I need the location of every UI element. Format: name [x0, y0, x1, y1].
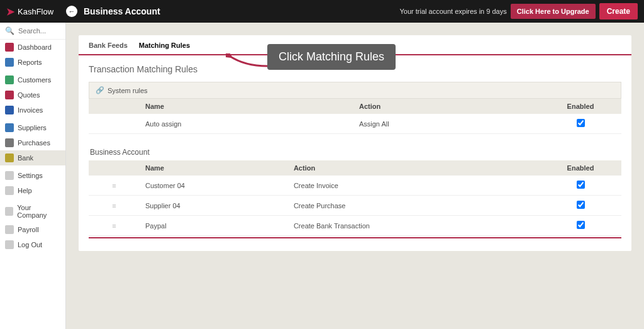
instruction-callout: Click Matching Rules	[267, 44, 396, 70]
nav-icon	[5, 106, 14, 114]
sidebar-item-help[interactable]: Help	[0, 183, 65, 198]
sidebar-item-reports[interactable]: Reports	[0, 55, 65, 70]
search-input[interactable]	[18, 27, 62, 35]
nav-icon	[5, 43, 14, 52]
trial-status: Your trial account expires in 9 days	[400, 8, 507, 15]
main-panel: Bank FeedsMatching Rules Click Matching …	[79, 35, 631, 251]
grip-icon: ≡	[112, 222, 115, 230]
col-name: Name	[139, 160, 287, 176]
link-icon: 🔗	[96, 86, 104, 94]
sidebar-item-label: Settings	[18, 172, 43, 179]
tab-matching-rules[interactable]: Matching Rules	[139, 42, 190, 54]
sidebar-item-label: Customers	[18, 76, 51, 84]
nav-icon	[5, 75, 14, 84]
content: Bank FeedsMatching Rules Click Matching …	[66, 23, 644, 329]
sidebar-item-dashboard[interactable]: Dashboard	[0, 40, 65, 55]
nav-icon	[5, 171, 14, 180]
sidebar-item-label: Payroll	[18, 226, 39, 233]
nav-list: DashboardReportsCustomersQuotesInvoicesS…	[0, 40, 65, 252]
cell-action: Create Invoice	[287, 176, 540, 196]
sidebar-item-suppliers[interactable]: Suppliers	[0, 120, 65, 135]
sidebar-item-quotes[interactable]: Quotes	[0, 87, 65, 103]
col-action: Action	[353, 99, 540, 114]
nav-icon	[5, 207, 13, 216]
drag-handle[interactable]: ≡	[89, 216, 139, 236]
sidebar-item-label: Quotes	[18, 91, 40, 99]
nav-icon	[5, 58, 14, 67]
sidebar-item-label: Reports	[18, 59, 42, 66]
bottom-rule	[89, 237, 621, 238]
table-row[interactable]: ≡Customer 04Create Invoice	[89, 176, 621, 196]
cell-action: Assign All	[353, 114, 540, 134]
drag-handle	[89, 114, 139, 134]
cell-enabled	[540, 176, 621, 196]
search-row[interactable]: 🔍	[0, 23, 65, 40]
col-action: Action	[287, 160, 540, 176]
cell-action: Create Bank Transaction	[287, 216, 540, 236]
enabled-checkbox[interactable]	[577, 181, 585, 189]
logo: ➤ KashFlow	[6, 6, 66, 18]
topbar: ➤ KashFlow ← Business Account Your trial…	[0, 0, 644, 23]
col-enabled: Enabled	[540, 160, 621, 176]
system-rules-title: System rules	[108, 87, 148, 94]
sidebar-item-payroll[interactable]: Payroll	[0, 222, 65, 237]
back-icon[interactable]: ←	[66, 6, 77, 17]
system-rules-header: 🔗 System rules	[89, 82, 621, 99]
search-icon: 🔍	[5, 26, 14, 35]
cell-name: Auto assign	[139, 114, 353, 134]
arrow-icon	[226, 53, 270, 69]
nav-icon	[5, 240, 14, 249]
sidebar-item-log-out[interactable]: Log Out	[0, 237, 65, 252]
account-rules-table: Name Action Enabled ≡Customer 04Create I…	[89, 160, 621, 236]
sidebar-item-label: Bank	[18, 154, 33, 162]
logo-mark-icon: ➤	[6, 6, 14, 18]
system-rules-table: Name Action Enabled Auto assignAssign Al…	[89, 99, 621, 134]
enabled-checkbox[interactable]	[577, 119, 585, 127]
sidebar-item-label: Purchases	[18, 139, 50, 147]
cell-enabled	[540, 216, 621, 236]
table-row[interactable]: ≡PaypalCreate Bank Transaction	[89, 216, 621, 236]
drag-handle[interactable]: ≡	[89, 176, 139, 196]
upgrade-button[interactable]: Click Here to Upgrade	[511, 4, 596, 19]
create-button[interactable]: Create	[599, 3, 638, 20]
nav-icon	[5, 186, 14, 195]
sidebar-item-invoices[interactable]: Invoices	[0, 103, 65, 118]
tab-bank-feeds[interactable]: Bank Feeds	[89, 42, 128, 54]
sidebar-item-label: Help	[18, 187, 32, 194]
cell-action: Create Purchase	[287, 196, 540, 216]
brand-text: KashFlow	[18, 7, 53, 16]
sidebar-item-bank[interactable]: Bank	[0, 150, 65, 165]
drag-handle[interactable]: ≡	[89, 196, 139, 216]
title-area: ← Business Account	[66, 6, 160, 17]
col-enabled: Enabled	[540, 99, 621, 114]
nav-icon	[5, 91, 14, 99]
enabled-checkbox[interactable]	[577, 221, 585, 229]
col-name: Name	[139, 99, 353, 114]
grip-icon: ≡	[112, 202, 115, 209]
enabled-checkbox[interactable]	[577, 201, 585, 209]
sidebar-item-purchases[interactable]: Purchases	[0, 135, 65, 150]
cell-name: Supplier 04	[139, 196, 287, 216]
cell-enabled	[540, 114, 621, 134]
nav-icon	[5, 123, 14, 132]
sidebar-item-label: Your Company	[17, 204, 60, 219]
sidebar-item-label: Suppliers	[18, 124, 47, 131]
nav-icon	[5, 153, 14, 162]
cell-name: Paypal	[139, 216, 287, 236]
sidebar-item-label: Dashboard	[18, 43, 52, 51]
table-row[interactable]: Auto assignAssign All	[89, 114, 621, 134]
page-header-title: Business Account	[84, 6, 160, 16]
nav-icon	[5, 138, 14, 147]
account-rules-title: Business Account	[90, 148, 621, 157]
sidebar: 🔍 DashboardReportsCustomersQuotesInvoice…	[0, 23, 66, 329]
cell-name: Customer 04	[139, 176, 287, 196]
grip-icon: ≡	[112, 182, 115, 189]
sidebar-item-label: Invoices	[18, 106, 43, 114]
cell-enabled	[540, 196, 621, 216]
sidebar-item-settings[interactable]: Settings	[0, 168, 65, 183]
sidebar-item-label: Log Out	[18, 241, 42, 248]
table-row[interactable]: ≡Supplier 04Create Purchase	[89, 196, 621, 216]
sidebar-item-customers[interactable]: Customers	[0, 72, 65, 87]
nav-icon	[5, 225, 14, 234]
sidebar-item-your-company[interactable]: Your Company	[0, 201, 65, 222]
